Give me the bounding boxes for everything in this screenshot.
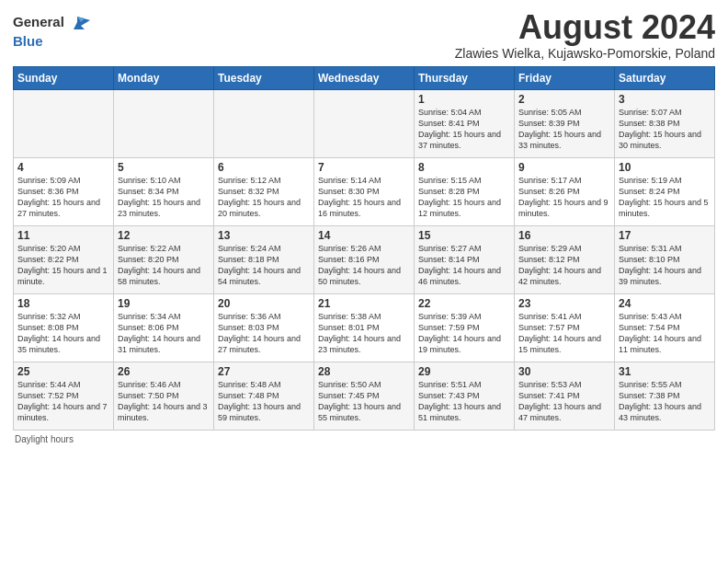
cell-content: Sunrise: 5:38 AM Sunset: 8:01 PM Dayligh… <box>318 311 410 356</box>
day-number: 21 <box>318 297 410 310</box>
calendar-cell: 5Sunrise: 5:10 AM Sunset: 8:34 PM Daylig… <box>114 157 214 225</box>
cell-content: Sunrise: 5:55 AM Sunset: 7:38 PM Dayligh… <box>619 379 711 424</box>
day-number: 9 <box>518 161 610 174</box>
footer-note: Daylight hours <box>13 434 715 444</box>
logo-blue: Blue <box>13 33 43 49</box>
day-number: 8 <box>418 161 510 174</box>
calendar-cell: 28Sunrise: 5:50 AM Sunset: 7:45 PM Dayli… <box>314 362 415 430</box>
cell-content: Sunrise: 5:53 AM Sunset: 7:41 PM Dayligh… <box>518 379 610 424</box>
cell-content: Sunrise: 5:04 AM Sunset: 8:41 PM Dayligh… <box>418 107 510 152</box>
calendar-week-row: 4Sunrise: 5:09 AM Sunset: 8:36 PM Daylig… <box>14 157 715 225</box>
calendar-week-row: 18Sunrise: 5:32 AM Sunset: 8:08 PM Dayli… <box>14 293 715 362</box>
calendar-cell: 13Sunrise: 5:24 AM Sunset: 8:18 PM Dayli… <box>214 225 314 293</box>
cell-content: Sunrise: 5:36 AM Sunset: 8:03 PM Dayligh… <box>218 311 310 356</box>
day-number: 18 <box>17 297 109 310</box>
logo-bird-icon <box>70 13 90 33</box>
cell-content: Sunrise: 5:39 AM Sunset: 7:59 PM Dayligh… <box>418 311 510 356</box>
cell-content: Sunrise: 5:12 AM Sunset: 8:32 PM Dayligh… <box>218 175 310 220</box>
calendar-cell: 2Sunrise: 5:05 AM Sunset: 8:39 PM Daylig… <box>515 89 615 157</box>
header: General Blue August 2024 Zlawies Wielka,… <box>13 9 715 61</box>
calendar-cell: 6Sunrise: 5:12 AM Sunset: 8:32 PM Daylig… <box>214 157 314 225</box>
day-number: 16 <box>518 229 610 242</box>
title-block: August 2024 Zlawies Wielka, Kujawsko-Pom… <box>455 9 715 61</box>
calendar-cell: 14Sunrise: 5:26 AM Sunset: 8:16 PM Dayli… <box>314 225 415 293</box>
logo-text: General Blue <box>13 13 90 50</box>
main-title: August 2024 <box>455 9 715 46</box>
cell-content: Sunrise: 5:41 AM Sunset: 7:57 PM Dayligh… <box>518 311 610 356</box>
day-header-saturday: Saturday <box>615 66 715 89</box>
cell-content: Sunrise: 5:48 AM Sunset: 7:48 PM Dayligh… <box>218 379 310 424</box>
calendar-cell: 20Sunrise: 5:36 AM Sunset: 8:03 PM Dayli… <box>214 293 314 362</box>
cell-content: Sunrise: 5:22 AM Sunset: 8:20 PM Dayligh… <box>118 243 210 288</box>
calendar-cell: 9Sunrise: 5:17 AM Sunset: 8:26 PM Daylig… <box>515 157 615 225</box>
cell-content: Sunrise: 5:07 AM Sunset: 8:38 PM Dayligh… <box>619 107 711 152</box>
logo-general: General <box>13 14 64 29</box>
day-number: 11 <box>17 229 109 242</box>
day-number: 29 <box>418 365 510 378</box>
calendar-cell: 18Sunrise: 5:32 AM Sunset: 8:08 PM Dayli… <box>14 293 114 362</box>
calendar-cell: 30Sunrise: 5:53 AM Sunset: 7:41 PM Dayli… <box>515 362 615 430</box>
calendar-cell: 15Sunrise: 5:27 AM Sunset: 8:14 PM Dayli… <box>415 225 515 293</box>
calendar-cell <box>14 89 114 157</box>
cell-content: Sunrise: 5:19 AM Sunset: 8:24 PM Dayligh… <box>619 175 711 220</box>
calendar-cell: 22Sunrise: 5:39 AM Sunset: 7:59 PM Dayli… <box>415 293 515 362</box>
day-number: 23 <box>518 297 610 310</box>
day-number: 7 <box>318 161 410 174</box>
day-header-wednesday: Wednesday <box>314 66 415 89</box>
calendar-cell: 12Sunrise: 5:22 AM Sunset: 8:20 PM Dayli… <box>114 225 214 293</box>
cell-content: Sunrise: 5:20 AM Sunset: 8:22 PM Dayligh… <box>17 243 109 288</box>
cell-content: Sunrise: 5:50 AM Sunset: 7:45 PM Dayligh… <box>318 379 410 424</box>
calendar-cell: 26Sunrise: 5:46 AM Sunset: 7:50 PM Dayli… <box>114 362 214 430</box>
cell-content: Sunrise: 5:34 AM Sunset: 8:06 PM Dayligh… <box>118 311 210 356</box>
day-number: 19 <box>118 297 210 310</box>
day-number: 30 <box>518 365 610 378</box>
calendar-cell: 17Sunrise: 5:31 AM Sunset: 8:10 PM Dayli… <box>615 225 715 293</box>
cell-content: Sunrise: 5:15 AM Sunset: 8:28 PM Dayligh… <box>418 175 510 220</box>
calendar-cell: 4Sunrise: 5:09 AM Sunset: 8:36 PM Daylig… <box>14 157 114 225</box>
day-number: 31 <box>619 365 711 378</box>
cell-content: Sunrise: 5:14 AM Sunset: 8:30 PM Dayligh… <box>318 175 410 220</box>
calendar-cell: 11Sunrise: 5:20 AM Sunset: 8:22 PM Dayli… <box>14 225 114 293</box>
cell-content: Sunrise: 5:05 AM Sunset: 8:39 PM Dayligh… <box>518 107 610 152</box>
subtitle: Zlawies Wielka, Kujawsko-Pomorskie, Pola… <box>455 46 715 61</box>
day-number: 1 <box>418 93 510 106</box>
calendar-week-row: 25Sunrise: 5:44 AM Sunset: 7:52 PM Dayli… <box>14 362 715 430</box>
calendar-cell: 16Sunrise: 5:29 AM Sunset: 8:12 PM Dayli… <box>515 225 615 293</box>
day-number: 2 <box>518 93 610 106</box>
cell-content: Sunrise: 5:46 AM Sunset: 7:50 PM Dayligh… <box>118 379 210 424</box>
cell-content: Sunrise: 5:10 AM Sunset: 8:34 PM Dayligh… <box>118 175 210 220</box>
cell-content: Sunrise: 5:43 AM Sunset: 7:54 PM Dayligh… <box>619 311 711 356</box>
cell-content: Sunrise: 5:31 AM Sunset: 8:10 PM Dayligh… <box>619 243 711 288</box>
day-header-tuesday: Tuesday <box>214 66 314 89</box>
calendar-cell: 25Sunrise: 5:44 AM Sunset: 7:52 PM Dayli… <box>14 362 114 430</box>
day-number: 15 <box>418 229 510 242</box>
cell-content: Sunrise: 5:24 AM Sunset: 8:18 PM Dayligh… <box>218 243 310 288</box>
day-number: 24 <box>619 297 711 310</box>
calendar-cell: 24Sunrise: 5:43 AM Sunset: 7:54 PM Dayli… <box>615 293 715 362</box>
day-header-sunday: Sunday <box>14 66 114 89</box>
cell-content: Sunrise: 5:29 AM Sunset: 8:12 PM Dayligh… <box>518 243 610 288</box>
day-number: 3 <box>619 93 711 106</box>
cell-content: Sunrise: 5:17 AM Sunset: 8:26 PM Dayligh… <box>518 175 610 220</box>
calendar-cell: 21Sunrise: 5:38 AM Sunset: 8:01 PM Dayli… <box>314 293 415 362</box>
calendar-cell <box>214 89 314 157</box>
page-container: General Blue August 2024 Zlawies Wielka,… <box>0 0 728 450</box>
day-number: 6 <box>218 161 310 174</box>
calendar-cell: 10Sunrise: 5:19 AM Sunset: 8:24 PM Dayli… <box>615 157 715 225</box>
calendar-week-row: 1Sunrise: 5:04 AM Sunset: 8:41 PM Daylig… <box>14 89 715 157</box>
calendar-week-row: 11Sunrise: 5:20 AM Sunset: 8:22 PM Dayli… <box>14 225 715 293</box>
logo: General Blue <box>13 13 90 50</box>
cell-content: Sunrise: 5:44 AM Sunset: 7:52 PM Dayligh… <box>17 379 109 424</box>
day-number: 10 <box>619 161 711 174</box>
cell-content: Sunrise: 5:27 AM Sunset: 8:14 PM Dayligh… <box>418 243 510 288</box>
day-number: 20 <box>218 297 310 310</box>
calendar-cell <box>314 89 415 157</box>
calendar-table: SundayMondayTuesdayWednesdayThursdayFrid… <box>13 66 715 431</box>
calendar-cell: 31Sunrise: 5:55 AM Sunset: 7:38 PM Dayli… <box>615 362 715 430</box>
cell-content: Sunrise: 5:32 AM Sunset: 8:08 PM Dayligh… <box>17 311 109 356</box>
day-number: 4 <box>17 161 109 174</box>
day-header-monday: Monday <box>114 66 214 89</box>
calendar-cell <box>114 89 214 157</box>
calendar-cell: 7Sunrise: 5:14 AM Sunset: 8:30 PM Daylig… <box>314 157 415 225</box>
day-number: 5 <box>118 161 210 174</box>
